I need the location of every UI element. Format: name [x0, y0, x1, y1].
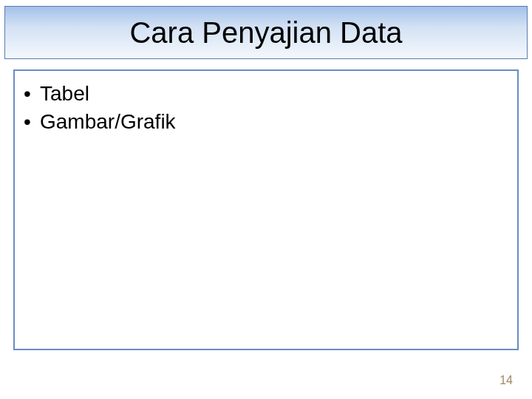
list-item: Tabel [40, 80, 504, 108]
content-box: Tabel Gambar/Grafik [13, 69, 519, 350]
slide-title-box: Cara Penyajian Data [4, 6, 528, 59]
bullet-list: Tabel Gambar/Grafik [40, 80, 504, 136]
list-item: Gambar/Grafik [40, 108, 504, 136]
slide-title: Cara Penyajian Data [129, 16, 402, 50]
page-number: 14 [499, 374, 513, 387]
